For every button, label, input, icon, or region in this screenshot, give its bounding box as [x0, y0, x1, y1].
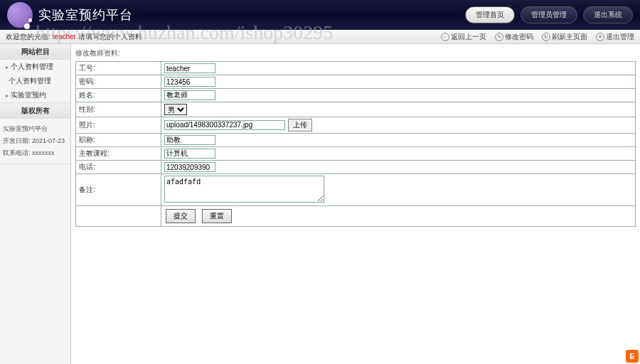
dianhua-label: 电话: [76, 161, 161, 174]
kecheng-label: 主教课程: [76, 147, 161, 161]
arrow-icon: ▸ [6, 64, 9, 70]
zhaopian-input[interactable] [164, 120, 285, 130]
xingming-label: 姓名: [76, 89, 161, 102]
arrow-icon: ▸ [6, 92, 9, 99]
upload-button[interactable]: 上传 [288, 119, 312, 132]
beizhu-label: 备注: [76, 174, 161, 206]
change-password-link[interactable]: ✎修改密码 [495, 32, 533, 42]
logout-button[interactable]: 退出系统 [583, 6, 633, 23]
form-table: 工号: 密码: 姓名: 性别: 男 照片: 上传 职称: [75, 61, 636, 227]
reset-button[interactable]: 重置 [202, 209, 232, 223]
home-button[interactable]: 管理首页 [465, 6, 515, 23]
sidebar: 网站栏目 ▸个人资料管理 个人资料管理 ▸实验室预约 版权所有 实验室预约平台 … [0, 44, 71, 364]
breadcrumb-right: ←返回上一页 ✎修改密码 ↻刷新主页面 ✕退出管理 [441, 32, 634, 42]
exit-icon: ✕ [596, 33, 604, 41]
zhicheng-label: 职称: [76, 134, 161, 147]
copyright-date: 开发日期: 2021-07-23 [3, 135, 68, 147]
sidebar-section-copyright: 版权所有 [0, 103, 70, 119]
logo-icon [7, 2, 33, 28]
corner-badge: E [626, 350, 639, 363]
back-icon: ← [441, 33, 449, 41]
breadcrumb-extra: 请填写您的个人资料 [76, 33, 142, 41]
back-link[interactable]: ←返回上一页 [441, 32, 486, 42]
copyright-name: 实验室预约平台 [3, 123, 68, 135]
sidebar-item-profile[interactable]: ▸个人资料管理 [0, 60, 70, 74]
sidebar-section-nav: 网站栏目 [0, 44, 70, 60]
xingming-input[interactable] [164, 90, 215, 100]
xingbie-select[interactable]: 男 [164, 104, 187, 115]
sidebar-item-profile-sub[interactable]: 个人资料管理 [0, 74, 70, 88]
header-buttons: 管理首页 管理员管理 退出系统 [465, 6, 633, 23]
current-user: teacher [53, 33, 76, 41]
beizhu-textarea[interactable]: afadfafd [164, 176, 324, 203]
exit-link[interactable]: ✕退出管理 [596, 32, 634, 42]
gonghao-label: 工号: [76, 62, 161, 75]
mima-input[interactable] [164, 77, 215, 87]
main: 网站栏目 ▸个人资料管理 个人资料管理 ▸实验室预约 版权所有 实验室预约平台 … [0, 44, 640, 364]
refresh-link[interactable]: ↻刷新主页面 [542, 32, 587, 42]
mima-label: 密码: [76, 75, 161, 89]
zhaopian-label: 照片: [76, 117, 161, 134]
welcome-text: 欢迎您的光临: [6, 33, 53, 41]
admin-button[interactable]: 管理员管理 [521, 6, 577, 23]
xingbie-label: 性别: [76, 102, 161, 117]
submit-button[interactable]: 提交 [166, 209, 196, 223]
header: 实验室预约平台 管理首页 管理员管理 退出系统 [0, 0, 640, 30]
copyright-block: 实验室预约平台 开发日期: 2021-07-23 联系电话: xxxxxxx [0, 119, 70, 164]
logo-area: 实验室预约平台 [7, 2, 133, 28]
key-icon: ✎ [495, 33, 503, 41]
gonghao-input[interactable] [164, 63, 215, 73]
breadcrumb: 欢迎您的光临: teacher 请填写您的个人资料 ←返回上一页 ✎修改密码 ↻… [0, 30, 640, 44]
refresh-icon: ↻ [542, 33, 550, 41]
zhicheng-input[interactable] [164, 135, 215, 145]
sidebar-item-reserve[interactable]: ▸实验室预约 [0, 88, 70, 102]
content: 修改教师资料: 工号: 密码: 姓名: 性别: 男 照片: 上传 [71, 44, 640, 364]
form-title: 修改教师资料: [75, 48, 636, 58]
breadcrumb-left: 欢迎您的光临: teacher 请填写您的个人资料 [6, 32, 142, 42]
app-title: 实验室预约平台 [38, 6, 133, 23]
dianhua-input[interactable] [164, 162, 215, 172]
copyright-phone: 联系电话: xxxxxxx [3, 147, 68, 159]
kecheng-input[interactable] [164, 149, 215, 159]
